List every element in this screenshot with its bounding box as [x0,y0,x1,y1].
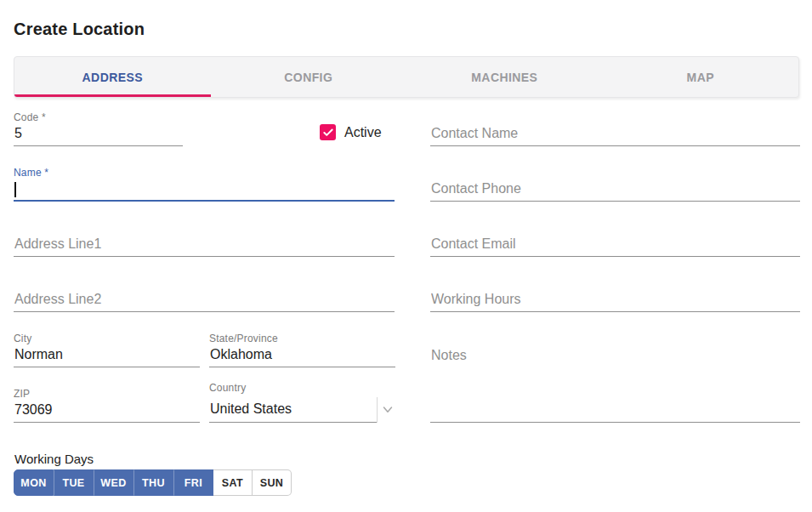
city-input[interactable] [14,346,200,367]
page-title: Create Location [14,20,145,39]
zip-input[interactable] [14,401,200,423]
working-days-group: MON TUE WED THU FRI SAT SUN [14,469,292,496]
contact-phone-input[interactable] [430,180,800,202]
tab-bar: ADDRESS CONFIG MACHINES MAP [14,56,799,98]
day-toggle-tue[interactable]: TUE [54,469,94,496]
city-label: City [14,333,31,344]
country-selected-value: United States [209,401,377,423]
active-checkbox[interactable] [320,124,336,140]
select-divider [377,397,378,423]
name-label: Name * [14,167,48,179]
zip-label: ZIP [14,388,30,400]
notes-textarea[interactable] [430,344,800,423]
working-days-label: Working Days [14,452,94,466]
state-input[interactable] [209,346,395,367]
working-hours-input[interactable] [430,291,800,312]
day-toggle-sat[interactable]: SAT [213,469,253,496]
create-location-page: Create Location ADDRESS CONFIG MACHINES … [0,0,812,512]
country-select[interactable]: United States [209,397,395,424]
active-checkbox-label: Active [344,125,382,140]
code-input[interactable] [14,125,183,146]
text-cursor [14,182,16,197]
checkmark-icon [322,127,334,139]
contact-email-input[interactable] [430,236,800,257]
contact-name-input[interactable] [430,125,800,146]
tab-address[interactable]: ADDRESS [14,57,211,97]
day-toggle-thu[interactable]: THU [133,469,173,496]
day-toggle-sun[interactable]: SUN [253,469,292,496]
address-line2-input[interactable] [14,291,395,312]
day-toggle-mon[interactable]: MON [14,469,54,496]
name-input[interactable] [14,180,395,202]
tab-config[interactable]: CONFIG [211,57,407,97]
address-line1-input[interactable] [14,236,395,257]
chevron-down-icon [380,404,395,416]
state-label: State/Province [209,333,278,344]
active-tab-indicator [14,94,211,97]
day-toggle-wed[interactable]: WED [94,469,133,496]
day-toggle-fri[interactable]: FRI [173,469,213,496]
tab-map[interactable]: MAP [603,57,799,97]
country-label: Country [209,382,246,394]
code-label: Code * [14,111,46,123]
tab-machines[interactable]: MACHINES [406,57,603,97]
